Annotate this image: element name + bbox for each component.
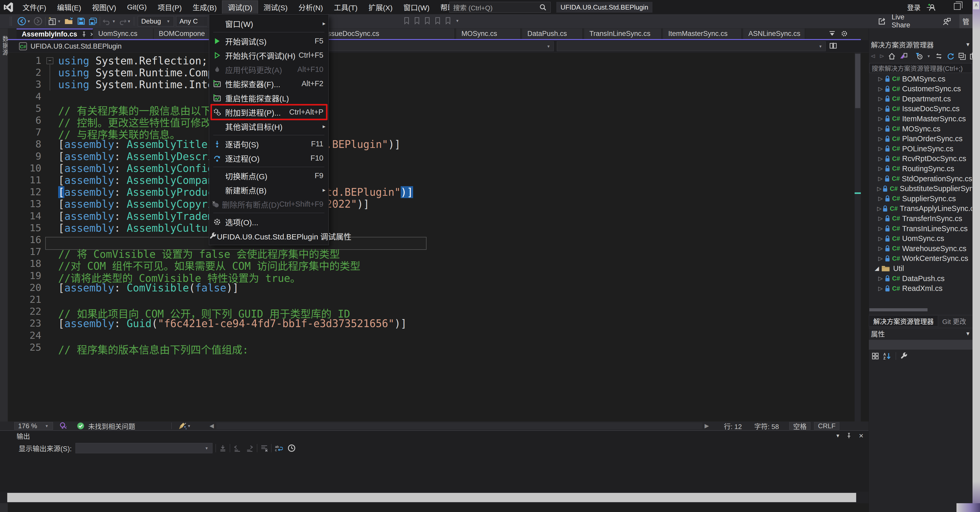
close-icon[interactable]: ×: [90, 30, 93, 38]
document-tab[interactable]: DataPush.cs: [522, 29, 583, 39]
back-caret-icon[interactable]: ▾: [28, 19, 30, 24]
document-tab[interactable]: IssueDocSync.cs: [321, 29, 455, 39]
menu-item[interactable]: 逐语句(S)F11: [209, 137, 329, 151]
properties-object-dropdown[interactable]: [869, 340, 972, 349]
collapsed-arrow-icon[interactable]: ▷: [877, 86, 884, 93]
quick-search-box[interactable]: 搜索 (Ctrl+Q): [449, 2, 550, 13]
code-editor[interactable]: 1−using System.Reflection;2using System.…: [8, 53, 861, 421]
undo-caret-icon[interactable]: ▾: [113, 19, 115, 24]
navbar-member-dropdown[interactable]: ▾: [557, 41, 826, 51]
menu-item[interactable]: 开始调试(S)F5: [209, 34, 329, 48]
live-share-label[interactable]: Live Share: [892, 13, 924, 29]
tree-file-row[interactable]: ▷C#SubstituteSupplierSync.cs: [869, 184, 972, 194]
tree-file-row[interactable]: ▷C#TransferInSync.cs: [869, 214, 972, 223]
chevron-down-icon[interactable]: ▾: [836, 432, 839, 439]
menu-item[interactable]: 逐过程(O)F10: [209, 151, 329, 165]
collapsed-arrow-icon[interactable]: ▷: [877, 225, 884, 232]
menu-item[interactable]: 应用代码更改(A)Alt+F10: [209, 62, 329, 77]
tree-file-row[interactable]: ▷C#TransInLineSync.cs: [869, 224, 972, 233]
filter-caret-icon[interactable]: ▾: [928, 54, 930, 59]
tree-file-row[interactable]: ▷C#Department.cs: [869, 94, 972, 104]
nav-forward-icon[interactable]: ⊳: [879, 53, 885, 60]
tree-file-row[interactable]: ▷C#POLineSync.cs: [869, 144, 972, 154]
close-icon[interactable]: ×: [859, 431, 864, 440]
scrollbar-thumb[interactable]: [855, 54, 860, 108]
menubar-item-1[interactable]: 文件(F): [17, 0, 52, 14]
tab-settings-button[interactable]: [841, 30, 848, 38]
debug-config-dropdown[interactable]: Debug▾: [138, 16, 174, 26]
collapsed-arrow-icon[interactable]: ▷: [877, 205, 881, 212]
menu-item[interactable]: 删除所有断点(D)Ctrl+Shift+F9: [209, 197, 329, 211]
collapsed-arrow-icon[interactable]: ▷: [877, 245, 884, 252]
panel-tab[interactable]: 解决方案资源管理器: [869, 316, 938, 327]
zoom-level-dropdown[interactable]: 176 %▾: [14, 422, 53, 430]
menu-item[interactable]: 新建断点(B)▸: [209, 183, 329, 197]
expanded-arrow-icon[interactable]: ◢: [873, 265, 880, 272]
bottom-horizontal-scrollbar[interactable]: [0, 492, 869, 503]
editor-vertical-scrollbar[interactable]: [854, 53, 861, 421]
document-tab[interactable]: ItemMasterSync.cs: [663, 29, 742, 39]
collapsed-arrow-icon[interactable]: ▷: [877, 105, 884, 112]
tree-horizontal-scrollbar[interactable]: [869, 308, 928, 311]
scrollbar-thumb[interactable]: [7, 493, 856, 502]
menubar-item-3[interactable]: 视图(V): [87, 0, 121, 14]
collapsed-arrow-icon[interactable]: ▷: [877, 285, 884, 292]
restore-button[interactable]: [954, 3, 961, 10]
document-tab[interactable]: AssemblyInfo.cs×: [16, 29, 93, 39]
document-tab[interactable]: MOSync.cs: [456, 29, 521, 39]
panel-tab[interactable]: Git 更改: [938, 316, 970, 327]
collapsed-arrow-icon[interactable]: ▷: [877, 145, 884, 152]
tree-file-row[interactable]: ▷C#BOMSync.cs: [869, 74, 972, 84]
document-tab[interactable]: ASNLineSync.cs: [743, 29, 805, 39]
spaces-indicator[interactable]: 空格: [789, 422, 810, 430]
menubar-item-6[interactable]: 生成(B): [187, 0, 222, 14]
menubar-item-12[interactable]: 窗口(W): [398, 0, 435, 14]
solution-search-box[interactable]: 搜索解决方案资源管理器(Ctrl+;): [869, 63, 972, 73]
scroll-left-icon[interactable]: ◀: [210, 423, 214, 429]
tree-file-row[interactable]: ▷C#DataPush.cs: [869, 274, 972, 284]
menubar-item-7[interactable]: 调试(D): [222, 0, 258, 14]
fold-marker[interactable]: −: [46, 57, 53, 64]
admin-button[interactable]: 管: [959, 14, 972, 28]
menu-item[interactable]: 窗口(W)▸: [209, 16, 329, 30]
split-view-button[interactable]: [829, 42, 837, 51]
tree-file-row[interactable]: ▷C#PlanOrderSync.cs: [869, 134, 972, 144]
collapsed-arrow-icon[interactable]: ▷: [877, 96, 884, 102]
collapsed-arrow-icon[interactable]: ▷: [877, 165, 884, 172]
redo-caret-icon[interactable]: ▾: [128, 19, 130, 24]
tree-file-row[interactable]: ▷C#MOSync.cs: [869, 124, 972, 134]
new-caret-icon[interactable]: ▾: [58, 19, 60, 24]
collapsed-arrow-icon[interactable]: ▷: [877, 136, 884, 142]
collapsed-arrow-icon[interactable]: ▷: [877, 215, 884, 222]
sign-in-label[interactable]: 登录: [907, 2, 921, 12]
menu-item[interactable]: 开始执行(不调试)(H)Ctrl+F5: [209, 48, 329, 62]
tree-file-row[interactable]: ▷C#RoutingSync.cs: [869, 164, 972, 174]
solution-explorer-header[interactable]: 解决方案资源管理器▼: [869, 39, 972, 50]
collapsed-arrow-icon[interactable]: ▷: [877, 175, 884, 182]
tree-file-row[interactable]: ▷C#IssueDocSync.cs: [869, 104, 972, 114]
collapsed-arrow-icon[interactable]: ▷: [877, 195, 884, 202]
tree-file-row[interactable]: ▷C#ItemMasterSync.cs: [869, 114, 972, 124]
collapsed-arrow-icon[interactable]: ▷: [877, 155, 884, 162]
nav-back-icon[interactable]: ⊲: [870, 53, 875, 60]
menu-item[interactable]: 附加到进程(P)...Ctrl+Alt+P: [209, 105, 329, 119]
collapsed-arrow-icon[interactable]: ▷: [877, 275, 884, 282]
tab-list-button[interactable]: [829, 30, 836, 38]
menubar-item-4[interactable]: Git(G): [121, 0, 152, 14]
bookmark-caret-icon[interactable]: ▾: [456, 18, 458, 24]
menubar-item-9[interactable]: 分析(N): [293, 0, 329, 14]
document-tab[interactable]: UomSync.cs: [93, 29, 154, 39]
tree-file-row[interactable]: ▷C#WorkCenterSync.cs: [869, 254, 972, 263]
tree-file-row[interactable]: ▷C#WarehouseSync.cs: [869, 244, 972, 254]
menubar-item-5[interactable]: 项目(P): [152, 0, 187, 14]
collapsed-arrow-icon[interactable]: ▷: [877, 235, 884, 242]
menu-item[interactable]: 重启性能探查器(L): [209, 91, 329, 105]
menu-item[interactable]: 性能探查器(F)...Alt+F2: [209, 77, 329, 91]
menu-item[interactable]: UFIDA.U9.Cust.Std.BEPlugin 调试属性: [209, 229, 329, 243]
minimize-button[interactable]: —: [927, 3, 934, 11]
tree-file-row[interactable]: ▷C#UomSync.cs: [869, 234, 972, 244]
collapsed-arrow-icon[interactable]: ▷: [877, 115, 884, 122]
menubar-item-10[interactable]: 工具(T): [328, 0, 363, 14]
menubar-item-2[interactable]: 编辑(E): [52, 0, 87, 14]
collapsed-arrow-icon[interactable]: ▷: [877, 185, 881, 192]
